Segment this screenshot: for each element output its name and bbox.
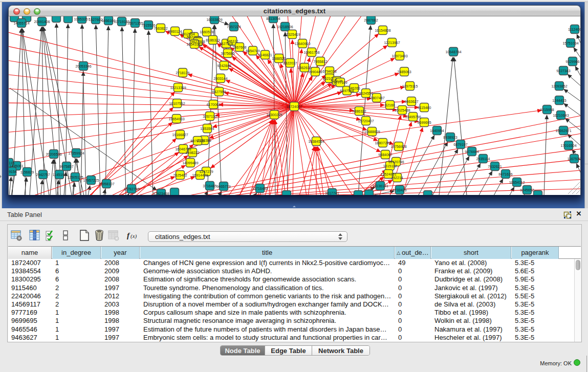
cell: 5.3E-5 (515, 334, 558, 342)
window-resize-grip[interactable] (568, 182, 580, 194)
graph-edge (132, 29, 135, 195)
table-row[interactable]: 2242004622012Investigating the contribut… (8, 292, 574, 300)
svg-text:19384554: 19384554 (308, 140, 324, 143)
cell: 5.6E-5 (515, 267, 558, 275)
svg-text:746266: 746266 (348, 86, 360, 90)
cell: Changes of HCN gene expression and I(f) … (143, 259, 394, 267)
svg-text:14055714: 14055714 (13, 21, 29, 25)
svg-text:2803144: 2803144 (213, 77, 227, 80)
graph-edge (294, 16, 363, 106)
cell: 1 (55, 259, 100, 267)
column-header-name[interactable]: name (8, 247, 52, 259)
svg-text:18300295: 18300295 (266, 113, 282, 117)
table-row[interactable]: 911546021997Tourette syndrome. Phenomeno… (8, 284, 574, 292)
cell: 5.9E-5 (515, 275, 558, 283)
table-row[interactable]: 977716911998Corpus callosum shape and si… (8, 309, 574, 317)
graph-node[interactable] (365, 190, 374, 195)
column-header-in_degree[interactable]: in_degree (52, 247, 101, 259)
delete-table-icon[interactable] (106, 228, 121, 243)
graph-edge (494, 179, 503, 195)
new-column-icon[interactable] (77, 228, 92, 243)
table-row[interactable]: 969969511998Structural magnetic resonanc… (8, 317, 574, 325)
table-row[interactable]: 1872400712008Changes of HCN gene express… (8, 259, 574, 267)
svg-text:20206536: 20206536 (46, 152, 61, 156)
column-header-title[interactable]: title (140, 247, 395, 259)
graph-edge (575, 67, 580, 77)
close-panel-icon[interactable]: ✕ (575, 210, 583, 218)
svg-text:12975115: 12975115 (402, 84, 418, 88)
column-visibility-icon[interactable] (28, 228, 42, 243)
cell: Wolkin et al. (1998) (434, 317, 510, 325)
cell: 2003 (104, 300, 139, 309)
graph-node[interactable] (354, 191, 363, 195)
tab-network-table[interactable]: Network Table (312, 346, 369, 355)
table-row[interactable]: 946554611997Estimation of the future num… (8, 325, 574, 334)
svg-text:62160: 62160 (385, 103, 395, 107)
panel-split-handle[interactable] (291, 205, 297, 208)
network-canvas[interactable]: 1405571420691406106532671527602646616010… (9, 16, 580, 195)
cell: 0 (398, 309, 430, 317)
svg-text:2718176: 2718176 (176, 71, 189, 75)
svg-text:17016504: 17016504 (560, 144, 576, 147)
select-all-icon[interactable] (43, 228, 58, 243)
svg-text:9245652: 9245652 (520, 188, 534, 192)
svg-text:9146821: 9146821 (258, 53, 272, 57)
graph-node[interactable] (64, 16, 73, 23)
graph-node[interactable] (534, 191, 542, 195)
right-splitter[interactable] (584, 2, 588, 208)
svg-text:10654112: 10654112 (509, 181, 525, 184)
svg-text:10653267: 10653267 (74, 17, 90, 21)
svg-text:9215958: 9215958 (540, 108, 554, 112)
cell: 2008 (104, 259, 139, 267)
svg-text:14136141: 14136141 (372, 184, 388, 188)
svg-text:12325419: 12325419 (284, 33, 300, 36)
svg-text:252214: 252214 (391, 176, 403, 180)
svg-text:15751034: 15751034 (562, 41, 578, 45)
fx-icon[interactable]: f(x) (126, 228, 140, 243)
svg-text:9242848: 9242848 (217, 64, 231, 68)
memory-indicator-icon[interactable] (574, 359, 580, 366)
table-row[interactable]: 946362711997Embryonic stem cells: a mode… (8, 334, 574, 342)
svg-text:9474444: 9474444 (465, 150, 478, 154)
cell: Dudbridge et al. (2008) (434, 275, 510, 283)
graph-node[interactable] (170, 188, 179, 195)
graph-edge (188, 74, 295, 106)
collapse-arrow-icon[interactable] (0, 175, 2, 178)
svg-text:17957225: 17957225 (83, 179, 99, 182)
table-settings-icon[interactable] (9, 228, 24, 243)
column-header-pagerank[interactable]: pagerank (512, 247, 559, 259)
table-row[interactable]: 1830029562008Estimation of significance … (8, 275, 574, 283)
scrollbar-thumb[interactable] (576, 260, 580, 270)
column-header-short[interactable]: short (431, 247, 511, 259)
float-panel-icon[interactable] (563, 211, 572, 219)
cell: 0 (398, 300, 430, 309)
cell: Corpus callosum shape and size in male p… (143, 309, 394, 317)
table-row[interactable]: 1938455462009Genome-wide association stu… (8, 267, 574, 275)
window-titlebar[interactable]: citations_edges.txt (9, 6, 580, 16)
svg-text:10958107: 10958107 (98, 182, 114, 186)
column-header-year[interactable]: year (101, 247, 140, 259)
clear-selection-icon[interactable] (59, 228, 73, 243)
cell: 0 (398, 267, 430, 275)
svg-text:7357224: 7357224 (227, 25, 241, 29)
graph-edge (143, 106, 294, 195)
svg-text:1615112: 1615112 (383, 164, 397, 168)
svg-text:17359924: 17359924 (68, 151, 84, 155)
graph-node[interactable] (282, 191, 291, 195)
graph-node[interactable] (424, 191, 432, 195)
vertical-scrollbar[interactable] (574, 259, 581, 342)
delete-column-icon[interactable] (92, 228, 106, 243)
graph-node[interactable] (52, 16, 61, 23)
tab-node-table[interactable]: Node Table (221, 346, 265, 355)
svg-text:16154808: 16154808 (375, 29, 390, 32)
table-row[interactable]: 1456911722003Disruption of a novel membe… (8, 300, 574, 309)
svg-text:16671355: 16671355 (127, 21, 143, 25)
svg-text:7663822: 7663822 (154, 27, 167, 30)
network-view-window[interactable]: citations_edges.txt 14055714206914061065… (8, 5, 581, 195)
tab-edge-table[interactable]: Edge Table (265, 346, 312, 355)
column-header-out_de[interactable]: △out_de… (395, 247, 431, 259)
table-source-combobox[interactable]: citations_edges.txt (148, 231, 347, 242)
cell: 1 (55, 325, 100, 334)
svg-text:1498222: 1498222 (185, 151, 199, 155)
left-splitter[interactable] (0, 2, 2, 208)
